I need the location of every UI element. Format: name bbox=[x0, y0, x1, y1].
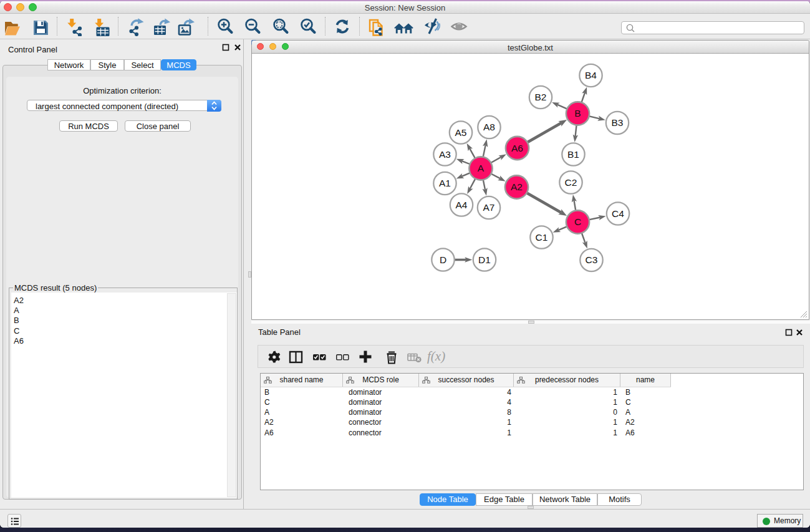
svg-text:B2: B2 bbox=[535, 92, 547, 102]
svg-text:B: B bbox=[574, 108, 581, 118]
svg-text:B3: B3 bbox=[612, 117, 624, 128]
svg-text:D: D bbox=[440, 254, 446, 265]
svg-text:A1: A1 bbox=[439, 178, 451, 188]
svg-text:C2: C2 bbox=[565, 177, 577, 188]
svg-text:A2: A2 bbox=[511, 181, 523, 192]
svg-text:C: C bbox=[574, 216, 581, 227]
svg-text:A4: A4 bbox=[456, 200, 468, 210]
svg-text:D1: D1 bbox=[478, 254, 491, 265]
svg-text:A8: A8 bbox=[483, 122, 495, 132]
svg-text:B1: B1 bbox=[567, 149, 579, 160]
svg-text:C4: C4 bbox=[612, 208, 624, 219]
svg-text:A6: A6 bbox=[511, 143, 523, 153]
svg-text:A: A bbox=[478, 163, 485, 173]
svg-text:A3: A3 bbox=[439, 149, 451, 160]
svg-text:A7: A7 bbox=[483, 202, 495, 213]
svg-text:C3: C3 bbox=[586, 254, 598, 265]
svg-text:A5: A5 bbox=[455, 127, 467, 138]
svg-text:B4: B4 bbox=[585, 70, 597, 80]
svg-text:C1: C1 bbox=[536, 232, 548, 243]
